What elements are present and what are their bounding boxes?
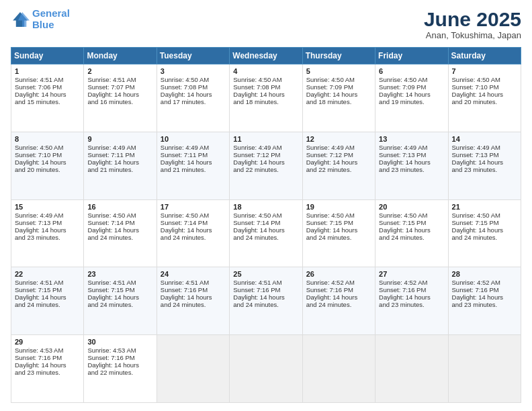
day-number: 18: [233, 203, 299, 211]
sunrise-text: Sunrise: 4:49 AM: [87, 144, 136, 151]
day-number: 1: [15, 67, 81, 75]
calendar-cell: [157, 335, 229, 403]
calendar-cell: 12Sunrise: 4:49 AMSunset: 7:12 PMDayligh…: [302, 132, 375, 199]
sunrise-text: Sunrise: 4:51 AM: [233, 279, 281, 286]
daylight-text: Daylight: 14 hours: [306, 293, 358, 301]
calendar-cell: [302, 335, 375, 403]
daylight-text: Daylight: 14 hours: [233, 226, 285, 234]
day-number: 12: [306, 135, 372, 143]
sunrise-text: Sunrise: 4:51 AM: [15, 279, 63, 286]
sunrise-text: Sunrise: 4:51 AM: [161, 279, 209, 286]
sunset-text: Sunset: 7:16 PM: [306, 286, 353, 293]
sunrise-text: Sunrise: 4:49 AM: [306, 144, 355, 151]
daylight-minutes-text: and 23 minutes.: [452, 166, 498, 173]
day-number: 24: [161, 270, 226, 278]
sunrise-text: Sunrise: 4:52 AM: [306, 279, 355, 286]
daylight-text: Daylight: 14 hours: [233, 158, 285, 166]
daylight-text: Daylight: 14 hours: [87, 158, 139, 166]
daylight-text: Daylight: 14 hours: [306, 226, 358, 234]
sunrise-text: Sunrise: 4:50 AM: [379, 76, 427, 83]
col-header-monday: Monday: [84, 48, 157, 64]
sunrise-text: Sunrise: 4:53 AM: [87, 347, 136, 354]
daylight-minutes-text: and 24 minutes.: [379, 234, 425, 241]
sunset-text: Sunset: 7:12 PM: [306, 151, 353, 158]
sunrise-text: Sunrise: 4:49 AM: [233, 144, 281, 151]
daylight-text: Daylight: 14 hours: [161, 158, 212, 166]
daylight-minutes-text: and 16 minutes.: [87, 98, 133, 105]
page: General Blue June 2025 Anan, Tokushima, …: [0, 0, 532, 411]
daylight-text: Daylight: 14 hours: [379, 158, 431, 166]
daylight-minutes-text: and 18 minutes.: [306, 98, 352, 105]
day-number: 10: [161, 135, 226, 143]
daylight-minutes-text: and 22 minutes.: [306, 166, 352, 173]
daylight-text: Daylight: 14 hours: [87, 226, 139, 234]
col-header-tuesday: Tuesday: [157, 48, 229, 64]
sunrise-text: Sunrise: 4:50 AM: [161, 212, 209, 219]
daylight-minutes-text: and 18 minutes.: [233, 98, 279, 105]
day-number: 19: [306, 203, 372, 211]
col-header-sunday: Sunday: [11, 48, 84, 64]
calendar-cell: 24Sunrise: 4:51 AMSunset: 7:16 PMDayligh…: [157, 267, 229, 335]
sunrise-text: Sunrise: 4:49 AM: [15, 212, 63, 219]
daylight-text: Daylight: 14 hours: [379, 91, 431, 98]
calendar-cell: 26Sunrise: 4:52 AMSunset: 7:16 PMDayligh…: [302, 267, 375, 335]
daylight-text: Daylight: 14 hours: [15, 91, 66, 98]
calendar-cell: 17Sunrise: 4:50 AMSunset: 7:14 PMDayligh…: [157, 199, 229, 267]
daylight-minutes-text: and 19 minutes.: [379, 98, 425, 105]
logo: General Blue: [11, 8, 70, 30]
daylight-minutes-text: and 23 minutes.: [15, 369, 60, 376]
calendar-cell: 30Sunrise: 4:53 AMSunset: 7:16 PMDayligh…: [84, 335, 157, 403]
sunset-text: Sunset: 7:10 PM: [452, 83, 499, 91]
sunset-text: Sunset: 7:09 PM: [379, 83, 426, 91]
sunset-text: Sunset: 7:08 PM: [161, 83, 208, 91]
sunset-text: Sunset: 7:07 PM: [87, 83, 134, 91]
sunset-text: Sunset: 7:15 PM: [379, 219, 426, 226]
sunrise-text: Sunrise: 4:53 AM: [15, 347, 63, 354]
sunset-text: Sunset: 7:13 PM: [15, 219, 62, 226]
sunrise-text: Sunrise: 4:51 AM: [15, 76, 63, 83]
sunset-text: Sunset: 7:10 PM: [15, 151, 62, 158]
day-number: 5: [306, 67, 372, 75]
daylight-minutes-text: and 21 minutes.: [161, 166, 206, 173]
sunset-text: Sunset: 7:16 PM: [233, 286, 280, 293]
sunset-text: Sunset: 7:16 PM: [379, 286, 426, 293]
sunset-text: Sunset: 7:11 PM: [161, 151, 208, 158]
day-number: 6: [379, 67, 445, 75]
calendar-cell: 27Sunrise: 4:52 AMSunset: 7:16 PMDayligh…: [375, 267, 448, 335]
sunrise-text: Sunrise: 4:52 AM: [452, 279, 500, 286]
day-number: 13: [379, 135, 445, 143]
sunset-text: Sunset: 7:16 PM: [15, 354, 62, 361]
daylight-text: Daylight: 14 hours: [379, 226, 431, 234]
day-number: 26: [306, 270, 372, 278]
daylight-minutes-text: and 24 minutes.: [233, 301, 279, 308]
daylight-text: Daylight: 14 hours: [306, 158, 358, 166]
calendar-cell: 20Sunrise: 4:50 AMSunset: 7:15 PMDayligh…: [375, 199, 448, 267]
day-number: 23: [87, 270, 153, 278]
daylight-text: Daylight: 14 hours: [452, 226, 504, 234]
col-header-friday: Friday: [375, 48, 448, 64]
sunset-text: Sunset: 7:13 PM: [379, 151, 426, 158]
sunrise-text: Sunrise: 4:50 AM: [379, 212, 427, 219]
calendar-cell: 15Sunrise: 4:49 AMSunset: 7:13 PMDayligh…: [11, 199, 84, 267]
calendar-cell: 18Sunrise: 4:50 AMSunset: 7:14 PMDayligh…: [230, 199, 302, 267]
subtitle: Anan, Tokushima, Japan: [424, 30, 521, 40]
sunset-text: Sunset: 7:06 PM: [15, 83, 62, 91]
calendar-cell: 19Sunrise: 4:50 AMSunset: 7:15 PMDayligh…: [302, 199, 375, 267]
sunset-text: Sunset: 7:16 PM: [87, 354, 134, 361]
sunrise-text: Sunrise: 4:50 AM: [15, 144, 63, 151]
calendar-cell: [375, 335, 448, 403]
day-number: 15: [15, 203, 81, 211]
sunset-text: Sunset: 7:15 PM: [306, 219, 353, 226]
day-number: 21: [452, 203, 518, 211]
daylight-minutes-text: and 20 minutes.: [15, 166, 60, 173]
day-number: 3: [161, 67, 226, 75]
sunset-text: Sunset: 7:08 PM: [233, 83, 280, 91]
sunrise-text: Sunrise: 4:50 AM: [161, 76, 209, 83]
daylight-text: Daylight: 14 hours: [161, 91, 212, 98]
day-number: 29: [15, 338, 81, 346]
daylight-minutes-text: and 24 minutes.: [161, 234, 206, 241]
calendar-cell: 22Sunrise: 4:51 AMSunset: 7:15 PMDayligh…: [11, 267, 84, 335]
sunrise-text: Sunrise: 4:50 AM: [233, 76, 281, 83]
calendar-cell: 6Sunrise: 4:50 AMSunset: 7:09 PMDaylight…: [375, 64, 448, 132]
calendar-cell: 1Sunrise: 4:51 AMSunset: 7:06 PMDaylight…: [11, 64, 84, 132]
